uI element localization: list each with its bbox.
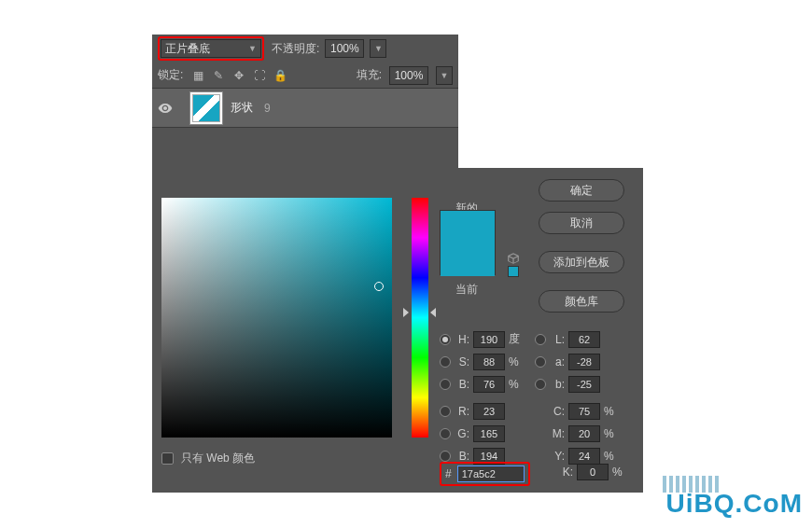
r-radio[interactable]: [440, 406, 451, 417]
s-input[interactable]: [473, 354, 505, 370]
bv-radio[interactable]: [440, 379, 451, 390]
s-radio[interactable]: [440, 356, 451, 368]
r-label: R:: [455, 405, 469, 418]
b-radio[interactable]: [535, 379, 546, 390]
a-radio[interactable]: [535, 356, 546, 368]
blend-mode-highlight: 正片叠底 ▼: [158, 36, 264, 61]
color-compare-swatch: [440, 210, 496, 275]
bv-unit: %: [509, 378, 522, 391]
c-unit: %: [604, 405, 617, 418]
current-color-swatch[interactable]: [441, 243, 495, 276]
fill-label: 填充:: [357, 67, 382, 83]
color-library-button[interactable]: 颜色库: [539, 290, 624, 313]
a-input[interactable]: [568, 354, 600, 370]
opacity-value[interactable]: 100%: [325, 39, 364, 58]
blend-mode-value: 正片叠底: [165, 41, 210, 57]
layers-panel: 正片叠底 ▼ 不透明度: 100% ▼ 锁定: ▦ ✎ ✥ ⛶ 🔒 填充: 10…: [152, 35, 458, 168]
cancel-button[interactable]: 取消: [539, 212, 624, 234]
hue-arrow-right-icon: [430, 308, 436, 317]
h-unit: 度: [509, 331, 522, 347]
b-input[interactable]: [568, 376, 600, 393]
layer-name: 形状: [231, 100, 253, 116]
l-label: L:: [550, 333, 565, 346]
web-only-label: 只有 Web 颜色: [181, 451, 255, 466]
lock-transparency-icon[interactable]: ▦: [190, 68, 205, 83]
b-label: b:: [550, 378, 565, 391]
layers-toolbar-row2: 锁定: ▦ ✎ ✥ ⛶ 🔒 填充: 100% ▼: [152, 63, 458, 89]
layer-row[interactable]: 形状 9: [152, 89, 458, 128]
lock-brush-icon[interactable]: ✎: [211, 68, 226, 83]
m-input[interactable]: [568, 425, 600, 442]
k-field: K: %: [558, 464, 625, 480]
l-radio[interactable]: [535, 334, 546, 345]
layer-thumbnail[interactable]: [189, 91, 223, 125]
g-radio[interactable]: [440, 428, 451, 439]
l-input[interactable]: [568, 331, 600, 348]
bb-radio[interactable]: [440, 451, 451, 462]
lock-all-icon[interactable]: 🔒: [273, 68, 287, 83]
m-label: M:: [550, 427, 565, 440]
k-unit: %: [612, 465, 625, 479]
h-radio[interactable]: [440, 334, 451, 345]
hex-input[interactable]: [457, 465, 525, 482]
lock-icons: ▦ ✎ ✥ ⛶ 🔒: [190, 68, 287, 83]
fill-value[interactable]: 100%: [389, 66, 428, 85]
visibility-eye-icon[interactable]: [158, 101, 173, 116]
current-color-label: 当前: [455, 282, 478, 298]
ok-button[interactable]: 确定: [539, 179, 624, 201]
hex-field-highlight: #: [440, 462, 530, 486]
y-input[interactable]: [568, 448, 600, 465]
blend-mode-select[interactable]: 正片叠底 ▼: [161, 39, 261, 58]
m-unit: %: [604, 427, 617, 440]
c-input[interactable]: [568, 403, 600, 420]
hue-arrow-left-icon: [403, 308, 409, 317]
a-label: a:: [550, 355, 565, 368]
h-label: H:: [455, 333, 469, 346]
lock-label: 锁定:: [158, 67, 183, 83]
chevron-down-icon: ▼: [248, 44, 257, 53]
opacity-label: 不透明度:: [272, 41, 319, 57]
saturation-value-box[interactable]: [161, 198, 392, 438]
s-unit: %: [509, 355, 522, 368]
bb-label: B:: [455, 450, 469, 463]
color-fields: H: 度 L: S: % a: B: %: [440, 328, 636, 467]
c-label: C:: [550, 405, 565, 418]
sv-cursor-icon[interactable]: [374, 282, 384, 291]
watermark-text: UiBQ.CoM: [666, 489, 803, 519]
gamut-warning-cube-icon[interactable]: [507, 252, 520, 265]
s-label: S:: [455, 355, 469, 368]
lock-position-icon[interactable]: ✥: [231, 68, 246, 83]
y-label: Y:: [550, 450, 565, 463]
y-unit: %: [604, 450, 617, 463]
bv-input[interactable]: [473, 376, 505, 393]
fill-chevron-icon[interactable]: ▼: [436, 66, 453, 85]
h-input[interactable]: [473, 331, 505, 348]
k-label: K:: [558, 465, 573, 479]
g-label: G:: [455, 427, 469, 440]
new-color-swatch[interactable]: [441, 211, 495, 243]
gamut-swatch[interactable]: [508, 266, 519, 277]
hue-slider[interactable]: [412, 198, 428, 438]
r-input[interactable]: [473, 403, 505, 420]
k-input[interactable]: [577, 464, 609, 480]
bv-label: B:: [455, 378, 469, 391]
color-picker-panel: 新的 当前 确定 取消 添加到色板 颜色库 H: 度 L: S: %: [152, 168, 643, 493]
layers-toolbar-row1: 正片叠底 ▼ 不透明度: 100% ▼: [152, 35, 458, 63]
web-only-row: 只有 Web 颜色: [161, 451, 255, 466]
lock-artboard-icon[interactable]: ⛶: [252, 68, 267, 83]
g-input[interactable]: [473, 425, 505, 442]
opacity-chevron-icon[interactable]: ▼: [370, 39, 386, 58]
hex-label: #: [445, 467, 452, 480]
layer-number: 9: [264, 102, 271, 115]
add-swatch-button[interactable]: 添加到色板: [539, 251, 624, 273]
web-only-checkbox[interactable]: [161, 452, 174, 465]
